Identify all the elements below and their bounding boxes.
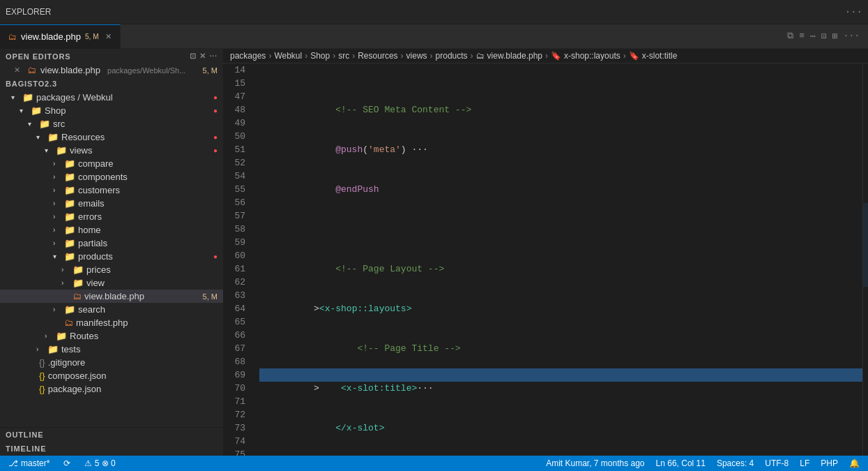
ln-61: 61 (223, 262, 245, 276)
save-all-icon[interactable]: ⊡ (190, 52, 197, 61)
code-content[interactable]: 14 15 47 48 49 50 51 52 54 55 56 57 58 5… (223, 63, 868, 456)
tab-view-blade[interactable]: 🗂 view.blade.php 5, M ✕ (0, 24, 121, 49)
folder-icon: 📁 (64, 198, 75, 209)
chevron-right-icon: › (61, 266, 70, 274)
open-editor-item[interactable]: ✕ 🗂 view.blade.php packages/Webkul/Sh...… (0, 63, 223, 77)
chevron-right-icon: › (45, 332, 53, 340)
bc-sep: › (352, 51, 355, 61)
editor-action-collapse[interactable]: ⊡ (821, 31, 827, 42)
tree-view-blade-file[interactable]: › 🗂 view.blade.php 5, M (0, 290, 223, 303)
status-spaces[interactable]: Spaces: 4 (714, 458, 756, 468)
close-editor-icon[interactable]: ✕ (14, 66, 20, 75)
editor-action-dots[interactable]: ··· (844, 31, 860, 42)
tree-packages-webkul[interactable]: ▾ 📁 packages / Webkul ● (0, 91, 223, 104)
more-icon[interactable]: ··· (845, 6, 862, 17)
code-text: </x-slot> (314, 423, 384, 433)
tree-prices[interactable]: › 📁 prices (0, 263, 223, 276)
status-errors[interactable]: ⚠ 5 ⊗ 0 (82, 458, 118, 468)
line-numbers: 14 15 47 48 49 50 51 52 54 55 56 57 58 5… (223, 63, 252, 456)
tree-src[interactable]: ▾ 📁 src (0, 117, 223, 130)
outline-header[interactable]: OUTLINE (0, 428, 223, 442)
bc-xshop-layouts[interactable]: x-shop::layouts (564, 51, 620, 61)
ln-51: 51 (223, 143, 245, 156)
tree-label: packages / Webkul (36, 92, 113, 103)
close-all-icon[interactable]: ✕ (199, 52, 206, 61)
bc-webkul[interactable]: Webkul (274, 51, 302, 61)
dot-badge: ● (213, 147, 218, 154)
dot-badge: ● (213, 253, 218, 260)
tree-view-folder[interactable]: › 📁 view (0, 276, 223, 290)
tree-search[interactable]: › 📁 search (0, 303, 223, 316)
editor-action-layout[interactable]: ⊞ (832, 31, 838, 42)
tab-close-button[interactable]: ✕ (105, 32, 112, 41)
ln-68: 68 (223, 355, 245, 368)
tree-views[interactable]: ▾ 📁 views ● (0, 144, 223, 157)
folder-icon: 📁 (47, 132, 59, 142)
editor-action-split[interactable]: ⧉ (787, 31, 793, 42)
tree-partials[interactable]: › 📁 partials (0, 237, 223, 250)
tree-home[interactable]: › 📁 home (0, 223, 223, 237)
folder-icon: 📁 (31, 105, 42, 116)
ln-72: 72 (223, 408, 245, 421)
minimap-viewport (863, 203, 868, 287)
code-line-48 (259, 209, 862, 223)
timeline-header[interactable]: TIMELINE (0, 442, 223, 456)
tree-package-json[interactable]: › {} package.json (0, 382, 223, 396)
status-branch-label: master* (21, 458, 50, 468)
ln-62: 62 (223, 276, 245, 289)
bc-views[interactable]: views (406, 51, 427, 61)
ln-65: 65 (223, 315, 245, 329)
tree-gitignore[interactable]: › {} .gitignore (0, 356, 223, 369)
bc-resources[interactable]: Resources (358, 51, 397, 61)
status-blame[interactable]: Amit Kumar, 7 months ago (543, 458, 647, 468)
tree-resources[interactable]: ▾ 📁 Resources ● (0, 130, 223, 144)
tree-composer-json[interactable]: › {} composer.json (0, 369, 223, 382)
bagisto-root-header[interactable]: BAGISTO2.3 (0, 77, 223, 91)
status-language[interactable]: PHP (818, 458, 841, 468)
chevron-right-icon: › (53, 213, 61, 220)
tree-customers[interactable]: › 📁 customers (0, 184, 223, 197)
tree-shop[interactable]: ▾ 📁 Shop ● (0, 104, 223, 117)
tree-emails[interactable]: › 📁 emails (0, 197, 223, 210)
tree-errors[interactable]: › 📁 errors (0, 210, 223, 223)
status-line-ending[interactable]: LF (797, 458, 812, 468)
ln-14: 14 (223, 63, 245, 77)
status-sync[interactable]: ⟳ (61, 458, 73, 468)
open-editors-section: OPEN EDITORS ⊡ ✕ ··· ✕ 🗂 view.blade.php … (0, 49, 223, 77)
code-lines[interactable]: <!-- SEO Meta Content --> @push('meta') … (252, 63, 862, 456)
folder-icon: 📁 (73, 264, 84, 275)
bc-xslot-title[interactable]: x-slot:title (642, 51, 678, 61)
ln-71: 71 (223, 395, 245, 408)
code-line-50: ><x-shop::layouts> (259, 289, 862, 302)
spaces-label: Spaces: 4 (717, 458, 754, 468)
bc-packages[interactable]: packages (230, 51, 266, 61)
tree-compare[interactable]: › 📁 compare (0, 157, 223, 170)
status-notif[interactable]: 🔔 (846, 458, 862, 468)
tree-routes[interactable]: › 📁 Routes (0, 329, 223, 343)
ln-54: 54 (223, 170, 245, 183)
bc-src[interactable]: src (338, 51, 349, 61)
more-actions-icon[interactable]: ··· (209, 52, 218, 61)
explorer-label: EXPLORER (6, 7, 51, 17)
status-branch[interactable]: ⎇ master* (6, 458, 52, 468)
tree-label: compare (78, 158, 114, 169)
status-encoding[interactable]: UTF-8 (762, 458, 791, 468)
open-editor-path: packages/Webkul/Sh... (107, 66, 185, 75)
position-label: Ln 66, Col 11 (656, 458, 706, 468)
bc-file[interactable]: view.blade.php (487, 51, 542, 61)
open-editors-header: OPEN EDITORS ⊡ ✕ ··· (0, 49, 223, 63)
bc-products[interactable]: products (436, 51, 468, 61)
status-position[interactable]: Ln 66, Col 11 (653, 458, 708, 468)
editor-action-breadcrumb[interactable]: ⋯ (810, 31, 816, 42)
editor-action-more[interactable]: ≡ (799, 31, 805, 42)
chevron-down-icon: ▾ (20, 107, 28, 114)
tree-components[interactable]: › 📁 components (0, 170, 223, 184)
tree-label: package.json (48, 384, 102, 394)
tree-manifest[interactable]: › 🗂 manifest.php (0, 316, 223, 329)
tree-tests[interactable]: › 📁 tests (0, 343, 223, 356)
ln-69: 69 (223, 368, 245, 382)
bc-shop[interactable]: Shop (310, 51, 330, 61)
tree-products[interactable]: ▾ 📁 products ● (0, 250, 223, 263)
dot-badge: ● (213, 107, 218, 114)
json-file-icon: {} (39, 384, 45, 394)
